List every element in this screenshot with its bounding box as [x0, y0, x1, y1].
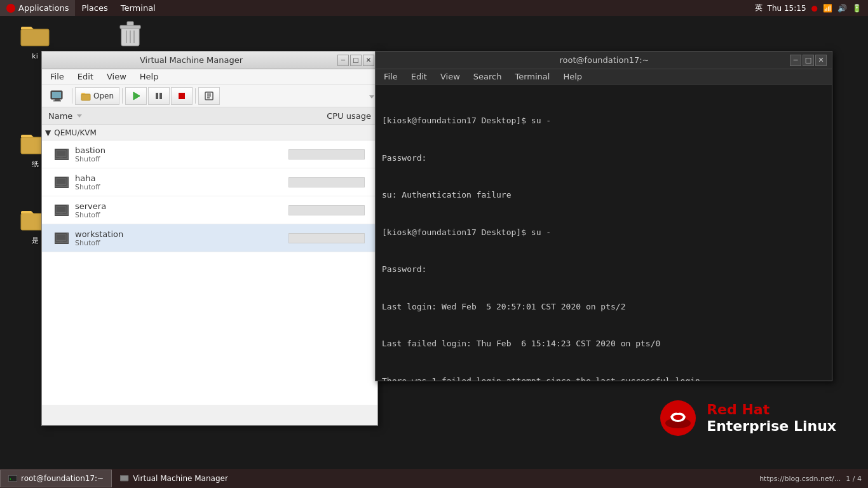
vm-row-bastion[interactable]: bastion Shutoff: [42, 140, 377, 168]
recording-dot: ●: [811, 4, 818, 13]
taskbar-terminal-label: root@foundation17:~: [21, 474, 104, 483]
virt-manager-window: Virtual Machine Manager ─ □ ✕ File Edit …: [41, 51, 378, 426]
virt-manager-titlebar[interactable]: Virtual Machine Manager ─ □ ✕: [42, 51, 377, 69]
virt-menu-help[interactable]: Help: [135, 71, 164, 83]
wifi-icon[interactable]: 📶: [823, 4, 832, 13]
vm-icon-workstation: [55, 233, 69, 244]
term-line-6: Last failed login: Thu Feb 6 15:14:23 CS…: [382, 337, 825, 350]
vm-status-bastion: Shutoff: [75, 155, 282, 163]
virt-manager-toolbar: Open: [42, 85, 377, 107]
svg-rect-12: [55, 99, 60, 100]
term-menu-terminal[interactable]: Terminal: [510, 71, 555, 83]
taskbar-vm-icon: [120, 475, 129, 482]
toolbar-open[interactable]: Open: [75, 87, 119, 105]
battery-icon[interactable]: 🔋: [852, 4, 862, 13]
redhat-logo-svg: [659, 399, 697, 437]
virt-menu-view[interactable]: View: [102, 71, 132, 83]
redhat-text-line1: Red Hat: [707, 402, 836, 418]
term-line-1: Password:: [382, 152, 825, 165]
lang-indicator[interactable]: 英: [755, 3, 763, 13]
terminal-title: root@foundation17:~: [419, 55, 790, 65]
vm-status-haha: Shutoff: [75, 183, 282, 191]
svg-rect-3: [120, 25, 140, 29]
folder-icon: [20, 19, 50, 50]
applications-menu[interactable]: Applications: [0, 0, 75, 16]
toolbar-sep-2: [122, 88, 123, 104]
vm-row-servera[interactable]: servera Shutoff: [42, 196, 377, 224]
term-menu-edit[interactable]: Edit: [406, 71, 432, 83]
virt-manager-minimize[interactable]: ─: [337, 55, 349, 66]
term-menu-file[interactable]: File: [379, 71, 403, 83]
terminal-titlebar[interactable]: root@foundation17:~ ─ □ ✕: [376, 51, 832, 69]
trash-svg: [118, 20, 143, 48]
term-menu-view[interactable]: View: [435, 71, 465, 83]
vm-col-name: Name: [48, 111, 295, 121]
vm-icon-servera: [55, 205, 69, 216]
terminal-minimize[interactable]: ─: [790, 55, 801, 66]
volume-icon[interactable]: 🔊: [837, 4, 847, 13]
monitor-icon-haha: [55, 177, 68, 187]
terminal-maximize[interactable]: □: [803, 55, 814, 66]
toolbar-dropdown-arrow[interactable]: [369, 95, 374, 98]
svg-rect-24: [57, 151, 66, 156]
vm-status-workstation: Shutoff: [75, 239, 282, 247]
terminal-win-controls: ─ □ ✕: [790, 55, 827, 66]
svg-rect-4: [127, 22, 133, 25]
svg-rect-1: [21, 29, 49, 46]
vm-row-workstation[interactable]: workstation Shutoff: [42, 224, 377, 252]
terminal-label: Terminal: [121, 3, 156, 13]
vm-info-servera: servera Shutoff: [75, 201, 282, 219]
terminal-close[interactable]: ✕: [815, 55, 827, 66]
virt-menu-edit[interactable]: Edit: [72, 71, 98, 83]
new-vm-icon: [50, 89, 64, 103]
vm-name-servera: servera: [75, 201, 282, 211]
terminal-menu[interactable]: Terminal: [114, 0, 162, 16]
vm-cpu-workstation: [288, 233, 365, 243]
vm-cpu-bastion: [288, 149, 365, 159]
toolbar-new-vm[interactable]: [45, 87, 69, 105]
svg-rect-36: [57, 234, 66, 240]
taskbar-virt-manager[interactable]: Virtual Machine Manager: [112, 470, 236, 487]
term-menu-search[interactable]: Search: [468, 71, 507, 83]
redhat-icon: [6, 4, 15, 13]
virt-menu-file[interactable]: File: [45, 71, 69, 83]
toolbar-stop[interactable]: [171, 87, 193, 105]
toolbar-pause[interactable]: [148, 87, 170, 105]
svg-rect-38: [58, 242, 65, 243]
pause-icon: [154, 91, 164, 101]
panel-left: Applications Places Terminal: [0, 0, 162, 16]
vm-row-haha[interactable]: haha Shutoff: [42, 168, 377, 196]
clock: Thu 15:15: [768, 4, 806, 13]
open-icon: [81, 91, 91, 101]
term-line-7: There was 1 failed login attempt since t…: [382, 375, 825, 381]
vm-section-qemu[interactable]: ▼ QEMU/KVM: [42, 125, 377, 140]
toolbar-run[interactable]: [125, 87, 147, 105]
vm-icon-bastion: [55, 149, 69, 160]
taskbar-terminal[interactable]: $ _ root@foundation17:~: [0, 470, 112, 487]
terminal-body[interactable]: [kiosk@foundation17 Desktop]$ su - Passw…: [376, 85, 832, 381]
virt-manager-winbtns: ─ □ ✕: [337, 55, 374, 66]
taskbar-right: https://blog.csdn.net/... 1 / 4: [759, 475, 868, 483]
virt-manager-maximize[interactable]: □: [350, 55, 362, 66]
virt-manager-close[interactable]: ✕: [363, 55, 374, 66]
desktop-icon-trash[interactable]: [108, 19, 153, 52]
svg-rect-37: [59, 241, 62, 242]
redhat-text-block: Red Hat Enterprise Linux: [707, 402, 836, 435]
name-sort-icon[interactable]: [77, 114, 82, 118]
trash-icon: [115, 19, 146, 50]
svg-rect-25: [59, 157, 62, 158]
details-icon: [204, 91, 214, 101]
svg-rect-11: [52, 92, 61, 98]
svg-rect-13: [53, 100, 61, 102]
page-indicator: 1 / 4: [846, 475, 862, 483]
svg-rect-26: [58, 158, 65, 159]
toolbar-details[interactable]: [198, 87, 220, 105]
virt-manager-title: Virtual Machine Manager: [45, 55, 337, 65]
redhat-text-line2: Enterprise Linux: [707, 418, 836, 435]
term-line-0: [kiosk@foundation17 Desktop]$ su -: [382, 114, 825, 127]
places-menu[interactable]: Places: [75, 0, 114, 16]
term-menu-help[interactable]: Help: [558, 71, 587, 83]
svg-rect-17: [159, 93, 162, 99]
vm-name-bastion: bastion: [75, 146, 282, 155]
vm-col-cpu: CPU usage: [295, 111, 371, 121]
